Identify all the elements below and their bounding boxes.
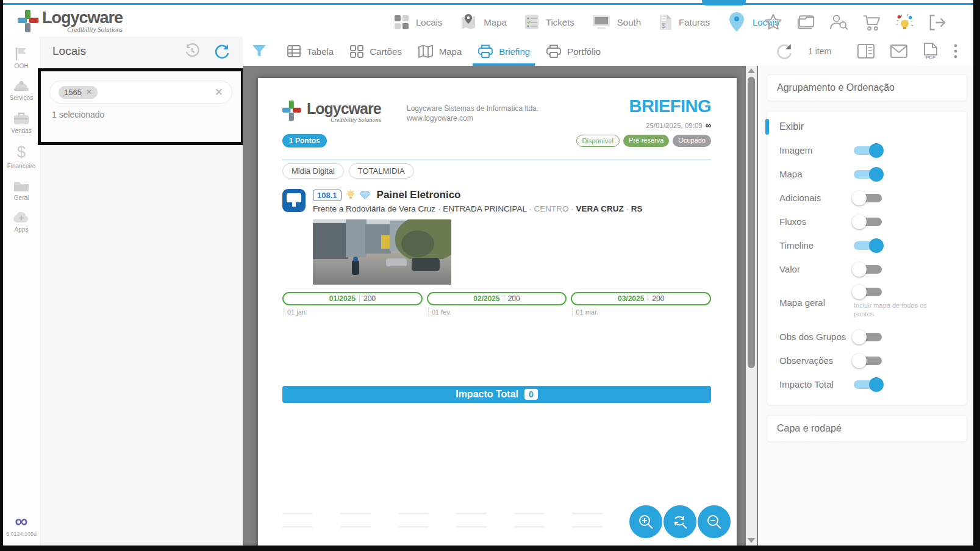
scrollbar-thumb[interactable]: [748, 77, 755, 368]
status-badge-ocupado: Ocupado: [673, 135, 711, 147]
svg-text:PDF: PDF: [926, 55, 935, 60]
nav-item-tickets[interactable]: Tickets: [524, 13, 574, 30]
rail-item-ooh[interactable]: OOH: [3, 46, 40, 69]
app-logo[interactable]: Logycware Credibility Solutions: [18, 9, 123, 33]
scroll-down-arrow[interactable]: [748, 538, 755, 543]
zoom-out-button[interactable]: [698, 505, 731, 538]
rail-label: Serviços: [10, 94, 33, 101]
more-options-icon[interactable]: [953, 43, 958, 59]
tab-label: Cartões: [370, 46, 402, 57]
header-actions: [763, 12, 948, 32]
svg-text:$: $: [17, 144, 26, 161]
toggle-row-impacto-total: Impacto Total: [767, 372, 967, 396]
refresh-icon[interactable]: [213, 43, 231, 60]
side-panel-icon[interactable]: [857, 43, 875, 59]
tab-portfolio[interactable]: Portfólio: [546, 37, 601, 66]
filter-funnel-icon[interactable]: [251, 44, 267, 59]
rail-label: Geral: [14, 194, 29, 201]
toggle-adicionais[interactable]: [854, 194, 882, 202]
rail-item-vendas[interactable]: Vendas: [3, 111, 40, 134]
location-pin-icon: [727, 11, 746, 33]
tab-cartoes[interactable]: Cartões: [349, 37, 402, 66]
rail-label: OOH: [15, 63, 29, 69]
logout-icon[interactable]: [928, 12, 948, 32]
idea-bulb-icon[interactable]: [895, 12, 915, 32]
rail-item-geral[interactable]: Geral: [3, 179, 40, 201]
preview-zoom-controls: [629, 505, 731, 538]
toggle-row-obs-grupos: Obs dos Grupos: [767, 325, 967, 349]
zoom-reset-button[interactable]: [663, 505, 696, 538]
toggle-mapa[interactable]: [854, 170, 882, 179]
filter-input[interactable]: 1565 ✕ ✕: [49, 80, 232, 104]
nav-label: Locais: [416, 17, 442, 27]
nav-item-mapa[interactable]: Mapa: [459, 13, 507, 31]
tab-label: Mapa: [439, 46, 462, 57]
filter-chip-value: 1565: [64, 88, 82, 97]
exibir-title: Exibir: [767, 118, 967, 138]
toggle-row-observacoes: Observações: [767, 349, 967, 372]
status-legend: Disponível Pré-reserva Ocupado: [576, 135, 711, 147]
toggle-imagem[interactable]: [854, 146, 882, 155]
rail-item-servicos[interactable]: Serviços: [3, 79, 40, 101]
company-info: Logycware Sistemas de Informatica ltda. …: [407, 104, 538, 123]
bulb-icon: [346, 190, 356, 201]
toggle-obs-grupos[interactable]: [854, 333, 882, 341]
invoice-icon: $: [658, 13, 673, 31]
status-badge-disponivel: Disponível: [576, 135, 620, 147]
email-icon[interactable]: [890, 44, 908, 59]
nav-label: Mapa: [484, 17, 507, 27]
pontos-badge: 1 Pontos: [282, 134, 327, 148]
availability-timeline: 01/2025 200 01 jan. 02/2025: [282, 292, 711, 316]
app-window: Logycware Credibility Solutions Locais M…: [3, 0, 973, 546]
billboard-icon: [282, 189, 306, 212]
toggle-observacoes[interactable]: [854, 357, 882, 365]
doc-logo-tagline: Credibility Solutions: [331, 116, 381, 123]
toggle-mapa-geral[interactable]: [854, 288, 882, 296]
nav-item-south[interactable]: South: [592, 13, 641, 30]
nav-label: Tickets: [546, 17, 574, 27]
tab-mapa[interactable]: Mapa: [418, 37, 462, 66]
checklist-icon: [524, 13, 540, 30]
item-count: 1 item: [808, 46, 831, 56]
preview-scrollbar[interactable]: [746, 66, 757, 546]
flag-icon: [13, 46, 29, 61]
tag-totalmidia: TOTALMIDIA: [349, 163, 414, 179]
tab-tabela[interactable]: Tabela: [287, 37, 334, 66]
tab-label: Portfólio: [567, 46, 601, 57]
logo-plus-icon: [18, 10, 38, 33]
user-search-icon[interactable]: [829, 12, 849, 32]
dollar-icon: $: [14, 144, 29, 161]
refresh-results-icon[interactable]: [775, 42, 793, 60]
tab-briefing[interactable]: Briefing: [477, 37, 530, 66]
result-toolbar: 1 item PDF: [758, 37, 973, 66]
cart-icon[interactable]: [862, 12, 882, 32]
capa-rodape-card[interactable]: Capa e rodapé: [767, 416, 967, 441]
active-nav-indicator: [702, 0, 746, 5]
history-icon[interactable]: [184, 43, 200, 59]
map-icon: [418, 44, 434, 58]
favorite-star-icon[interactable]: [763, 12, 783, 32]
point-code: 108.1: [313, 190, 342, 201]
pdf-export-icon[interactable]: PDF: [923, 42, 939, 60]
filter-chip: 1565 ✕: [59, 86, 98, 99]
toggle-timeline[interactable]: [854, 241, 882, 250]
nav-item-faturas[interactable]: $ Faturas: [658, 13, 710, 31]
toggle-valor[interactable]: [854, 265, 882, 274]
cards-icon: [349, 44, 364, 58]
scroll-up-arrow[interactable]: [748, 68, 755, 73]
clear-filter-icon[interactable]: ✕: [215, 86, 223, 99]
impacto-total-value: 0: [524, 389, 538, 400]
logo-tagline: Credibility Solutions: [67, 26, 123, 33]
doc-logo-name: Logycware: [307, 99, 381, 118]
rail-item-apps[interactable]: Apps: [3, 211, 40, 233]
toggle-impacto-total[interactable]: [854, 380, 882, 389]
folders-icon[interactable]: [796, 12, 816, 32]
chip-remove-icon[interactable]: ✕: [86, 88, 92, 96]
point-photo: [313, 219, 451, 285]
rail-item-financeiro[interactable]: $ Financeiro: [3, 144, 40, 169]
zoom-in-button[interactable]: [629, 505, 662, 538]
nav-item-locais-grid[interactable]: Locais: [393, 14, 442, 30]
toggle-row-imagem: Imagem: [767, 138, 967, 162]
toggle-fluxos[interactable]: [854, 218, 882, 226]
agrupamento-card[interactable]: Agrupamento e Ordenação: [767, 75, 967, 101]
